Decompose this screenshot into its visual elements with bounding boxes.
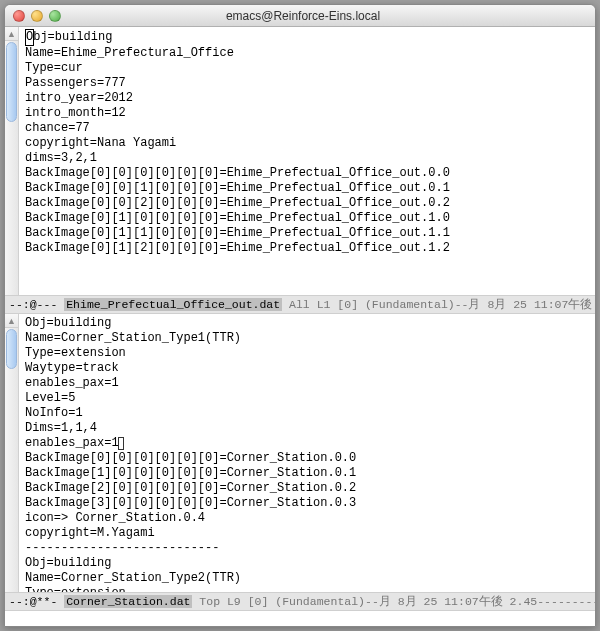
buffer-line: BackImage[0][0][0][0][0][0]=Ehime_Prefec… bbox=[25, 166, 450, 181]
buffer-line: dims=3,2,1 bbox=[25, 151, 450, 166]
buffer-line: Obj=building bbox=[25, 29, 450, 46]
minimize-icon[interactable] bbox=[31, 10, 43, 22]
scrollbar-bottom[interactable]: ▲ bbox=[5, 314, 19, 592]
buffer-line: Obj=building bbox=[25, 316, 591, 331]
buffer-line: NoInfo=1 bbox=[25, 406, 591, 421]
buffer-line: Name=Ehime_Prefectural_Office bbox=[25, 46, 450, 61]
buffer-line: Type=cur bbox=[25, 61, 450, 76]
modeline-left: --:@--- bbox=[9, 298, 64, 311]
buffer-line: BackImage[0][1][1][0][0][0]=Ehime_Prefec… bbox=[25, 226, 450, 241]
modeline-filename-top: Ehime_Prefectual_Office_out.dat bbox=[64, 298, 282, 311]
scrollbar-top[interactable]: ▲ bbox=[5, 27, 19, 295]
traffic-lights bbox=[13, 10, 61, 22]
buffer-line: enables_pax=1 bbox=[25, 376, 591, 391]
emacs-window: emacs@Reinforce-Eins.local ▲ Obj=buildin… bbox=[4, 4, 596, 627]
minibuffer[interactable] bbox=[5, 611, 595, 626]
modeline-bottom[interactable]: --:@**- Corner_Station.dat Top L9 [0] (F… bbox=[5, 592, 595, 611]
buffer-line: BackImage[2][0][0][0][0][0]=Corner_Stati… bbox=[25, 481, 591, 496]
buffer-line: BackImage[0][1][2][0][0][0]=Ehime_Prefec… bbox=[25, 241, 450, 256]
modeline-filename-bottom: Corner_Station.dat bbox=[64, 595, 192, 608]
buffer-line: BackImage[3][0][0][0][0][0]=Corner_Stati… bbox=[25, 496, 591, 511]
modeline-right: All L1 [0] (Fundamental)--月 8月 25 11:07午… bbox=[282, 298, 595, 311]
buffer-line: enables_pax=1 bbox=[25, 436, 591, 451]
buffer-line: Obj=building bbox=[25, 556, 591, 571]
buffer-line: Name=Corner_Station_Type1(TTR) bbox=[25, 331, 591, 346]
close-icon[interactable] bbox=[13, 10, 25, 22]
zoom-icon[interactable] bbox=[49, 10, 61, 22]
buffer-line: BackImage[1][0][0][0][0][0]=Corner_Stati… bbox=[25, 466, 591, 481]
buffer-line: Level=5 bbox=[25, 391, 591, 406]
buffer-line: BackImage[0][0][0][0][0][0]=Corner_Stati… bbox=[25, 451, 591, 466]
modeline-top[interactable]: --:@--- Ehime_Prefectual_Office_out.dat … bbox=[5, 295, 595, 314]
titlebar[interactable]: emacs@Reinforce-Eins.local bbox=[5, 5, 595, 27]
scroll-up-icon[interactable]: ▲ bbox=[5, 314, 18, 328]
buffer-line: Waytype=track bbox=[25, 361, 591, 376]
buffer-line: Name=Corner_Station_Type2(TTR) bbox=[25, 571, 591, 586]
scroll-thumb-bottom[interactable] bbox=[6, 329, 17, 369]
buffer-top[interactable]: Obj=buildingName=Ehime_Prefectural_Offic… bbox=[19, 27, 454, 295]
buffer-bottom[interactable]: Obj=buildingName=Corner_Station_Type1(TT… bbox=[19, 314, 595, 592]
buffer-line: BackImage[0][1][0][0][0][0]=Ehime_Prefec… bbox=[25, 211, 450, 226]
buffer-line: BackImage[0][0][1][0][0][0]=Ehime_Prefec… bbox=[25, 181, 450, 196]
buffer-line: BackImage[0][0][2][0][0][0]=Ehime_Prefec… bbox=[25, 196, 450, 211]
buffer-line: Type=extension bbox=[25, 346, 591, 361]
point-cursor bbox=[118, 437, 124, 450]
buffer-line: Dims=1,1,4 bbox=[25, 421, 591, 436]
scroll-thumb-top[interactable] bbox=[6, 42, 17, 122]
scroll-up-icon[interactable]: ▲ bbox=[5, 27, 18, 41]
buffer-line: copyright=M.Yagami bbox=[25, 526, 591, 541]
buffer-line: chance=77 bbox=[25, 121, 450, 136]
modeline-right: Top L9 [0] (Fundamental)--月 8月 25 11:07午… bbox=[192, 595, 595, 608]
buffer-line: icon=> Corner_Station.0.4 bbox=[25, 511, 591, 526]
modeline-left: --:@**- bbox=[9, 595, 64, 608]
window-title: emacs@Reinforce-Eins.local bbox=[69, 9, 537, 23]
buffer-line: copyright=Nana Yagami bbox=[25, 136, 450, 151]
point-cursor: O bbox=[25, 29, 34, 46]
buffer-line: intro_year=2012 bbox=[25, 91, 450, 106]
buffer-line: --------------------------- bbox=[25, 541, 591, 556]
buffer-line: intro_month=12 bbox=[25, 106, 450, 121]
buffer-line: Passengers=777 bbox=[25, 76, 450, 91]
